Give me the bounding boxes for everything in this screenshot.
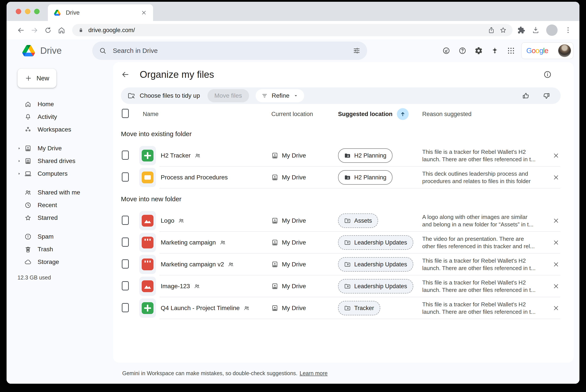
dismiss-suggestion-button[interactable] [552, 152, 559, 159]
my-drive-icon [271, 261, 278, 268]
share-icon[interactable] [488, 26, 495, 34]
row-checkbox[interactable] [122, 172, 129, 182]
table-row[interactable]: Q4 Launch - Project Timeline My Drive Tr… [121, 297, 566, 319]
search-options-icon[interactable] [353, 47, 361, 55]
sidebar-item-storage[interactable]: Storage [15, 256, 113, 268]
sidebar-item-my-drive[interactable]: My Drive [15, 142, 113, 155]
section-heading: Move into existing folder [121, 123, 566, 145]
feedback-buttons [522, 92, 550, 100]
suggested-location-chip[interactable]: H2 Planning [338, 170, 392, 185]
reload-button[interactable] [41, 24, 55, 37]
suggested-location-chip[interactable]: Leadership Updates [338, 279, 413, 294]
current-location-label: My Drive [282, 152, 306, 159]
google-account-chip[interactable]: Google [521, 42, 573, 59]
chevron-right-icon[interactable] [17, 146, 25, 150]
back-button[interactable] [14, 24, 28, 37]
sidebar-item-shared-drives[interactable]: Shared drives [15, 155, 113, 168]
downloads-icon[interactable] [532, 26, 540, 34]
table-row[interactable]: Process and Procedures My Drive H2 Plann… [121, 166, 566, 188]
forward-button[interactable] [28, 24, 41, 37]
row-checkbox[interactable] [122, 216, 129, 225]
organize-files-card: Organize my files Choose files to tidy u… [113, 62, 574, 363]
browser-menu-icon[interactable] [564, 26, 572, 34]
table-row[interactable]: Logo My Drive Assets A logo along with o… [121, 210, 566, 232]
suggested-location-chip[interactable]: Leadership Updates [338, 235, 413, 250]
browser-home-button[interactable] [55, 24, 68, 37]
search-bar[interactable] [92, 42, 367, 60]
offline-status-icon[interactable] [442, 46, 450, 55]
column-header-suggested-location[interactable]: Suggested location [338, 108, 422, 120]
sort-ascending-badge[interactable] [397, 108, 409, 120]
close-window-button[interactable] [16, 9, 21, 14]
file-name: Marketing campaign [161, 239, 216, 246]
sidebar-item-recent[interactable]: Recent [15, 199, 113, 212]
browser-profile-avatar[interactable] [546, 24, 557, 36]
page-title: Organize my files [140, 69, 214, 80]
search-input[interactable] [112, 47, 347, 55]
extensions-icon[interactable] [517, 26, 525, 34]
browser-tab-drive[interactable]: Drive [48, 4, 153, 21]
address-bar[interactable]: drive.google.com/ [72, 24, 512, 36]
browser-window: Drive drive.google.com/ Drive [7, 2, 579, 384]
close-tab-icon[interactable] [141, 10, 147, 16]
drive-brand[interactable]: Drive [7, 45, 92, 56]
move-files-button[interactable]: Move files [208, 89, 249, 102]
minimize-window-button[interactable] [25, 9, 31, 14]
sidebar-item-icon [25, 126, 34, 133]
sidebar-item-computers[interactable]: Computers [15, 168, 113, 180]
sidebar-item-trash[interactable]: Trash [15, 243, 113, 256]
choose-files-button[interactable]: Choose files to tidy up [128, 92, 200, 100]
table-row[interactable]: Image-123 My Drive Leadership Updates Th… [121, 275, 566, 297]
bookmark-star-icon[interactable] [499, 26, 507, 34]
suggested-location-chip[interactable]: Assets [338, 214, 378, 228]
dismiss-suggestion-button[interactable] [552, 283, 559, 290]
row-checkbox[interactable] [122, 259, 129, 268]
account-avatar[interactable] [558, 44, 571, 57]
column-header-reason[interactable]: Reason suggested [422, 111, 546, 118]
reason-text: This file is a tracker for Rebel Wallet'… [422, 148, 546, 163]
new-button[interactable]: New [18, 68, 57, 88]
row-checkbox[interactable] [122, 238, 129, 247]
dismiss-suggestion-button[interactable] [552, 261, 559, 268]
dismiss-suggestion-button[interactable] [552, 304, 559, 312]
column-header-current-location[interactable]: Current location [271, 111, 338, 118]
thumbs-down-button[interactable] [542, 92, 550, 100]
settings-gear-icon[interactable] [474, 46, 483, 55]
chevron-right-icon[interactable] [17, 159, 25, 163]
suggested-location-chip[interactable]: Tracker [338, 301, 380, 315]
dismiss-suggestion-button[interactable] [552, 239, 559, 246]
row-checkbox[interactable] [122, 281, 129, 290]
apps-grid-icon[interactable] [507, 46, 515, 55]
dismiss-suggestion-button[interactable] [552, 217, 559, 224]
section-heading: Move into new folder [121, 188, 566, 210]
sidebar-item-activity[interactable]: Activity [15, 110, 113, 123]
thumbs-up-button[interactable] [522, 92, 530, 100]
row-checkbox[interactable] [122, 150, 129, 160]
sidebar-item-starred[interactable]: Starred [15, 212, 113, 224]
tab-title: Drive [66, 10, 141, 16]
learn-more-link[interactable]: Learn more [300, 370, 328, 376]
info-icon[interactable] [543, 70, 552, 79]
sidebar-item-spam[interactable]: Spam [15, 230, 113, 243]
help-icon[interactable] [458, 46, 467, 55]
chevron-right-icon[interactable] [17, 172, 25, 176]
dismiss-suggestion-button[interactable] [552, 174, 559, 181]
sidebar-item-label: Workspaces [34, 126, 113, 133]
refine-button[interactable]: Refine [256, 89, 304, 102]
select-all-checkbox[interactable] [122, 109, 129, 118]
row-checkbox[interactable] [122, 303, 129, 312]
sidebar-item-home[interactable]: Home [15, 98, 113, 110]
suggested-location-chip[interactable]: Leadership Updates [338, 257, 413, 272]
sidebar-item-icon [25, 145, 34, 152]
suggested-location-chip[interactable]: H2 Planning [338, 148, 392, 163]
table-row[interactable]: Marketing campaign v2 My Drive Leadershi… [121, 254, 566, 275]
back-arrow-button[interactable] [121, 70, 130, 79]
table-row[interactable]: Marketing campaign My Drive Leadership U… [121, 232, 566, 254]
column-header-name[interactable]: Name [139, 111, 271, 118]
table-row[interactable]: H2 Tracker My Drive H2 Planning This fil… [121, 145, 566, 166]
sidebar-item-workspaces[interactable]: Workspaces [15, 123, 113, 136]
current-location-label: My Drive [282, 217, 306, 224]
gemini-sparkle-icon[interactable] [491, 46, 499, 55]
maximize-window-button[interactable] [34, 9, 40, 14]
sidebar-item-shared-with-me[interactable]: Shared with me [15, 186, 113, 199]
